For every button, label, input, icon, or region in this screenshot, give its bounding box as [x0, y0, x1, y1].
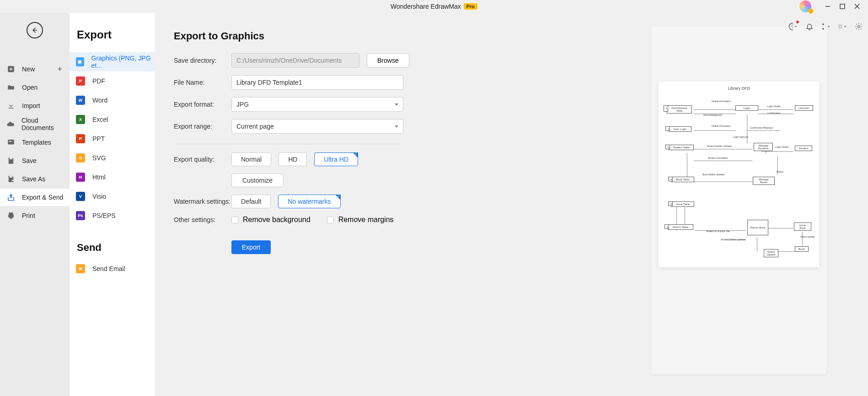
export-item-visio[interactable]: V Visio [70, 187, 155, 206]
dfd-issue-table: Issue Table [671, 201, 694, 207]
ppt-icon: P [76, 134, 85, 143]
nav-save[interactable]: Save [0, 152, 70, 169]
nav-save-as[interactable]: Save As [0, 170, 70, 188]
export-item-label: Visio [92, 193, 106, 200]
dfd-book-table: Book Table [671, 177, 694, 182]
nav-label: Save As [22, 175, 45, 183]
ps-icon: Ps [76, 211, 85, 220]
dfd-return-table: Return Table [668, 224, 693, 230]
nav-new[interactable]: New + [0, 60, 70, 78]
quality-customize[interactable]: Customize [231, 174, 284, 187]
app-title: Wondershare EdrawMax [391, 3, 461, 10]
email-icon: ✉ [76, 264, 85, 273]
avatar[interactable] [799, 0, 811, 12]
nav-label: Cloud Documents [21, 117, 70, 131]
preview-canvas: Library DFD [651, 27, 827, 374]
nav-label: Export & Send [22, 194, 63, 201]
export-item-word[interactable]: W Word [70, 91, 155, 110]
preview-page: Library DFD [659, 81, 820, 267]
grid-icon[interactable] [821, 22, 830, 31]
nav-cloud[interactable]: Cloud Documents [0, 115, 70, 133]
label-filename: File Name: [174, 79, 231, 86]
visio-icon: V [76, 192, 85, 201]
browse-button[interactable]: Browse [367, 53, 409, 68]
dfd-return-book: Return Book [747, 220, 768, 235]
label-other: Other settings: [174, 216, 231, 223]
nav-import[interactable]: Import [0, 97, 70, 114]
remove-bg-label: Remove background [243, 216, 311, 224]
export-item-svg[interactable]: S SVG [70, 148, 155, 168]
svg-rect-1 [840, 4, 845, 9]
export-item-ppt[interactable]: P PPT [70, 129, 155, 148]
label-save-dir: Save directory: [174, 57, 231, 64]
graphics-icon: ▣ [76, 57, 84, 66]
maximize-button[interactable] [835, 0, 850, 13]
chevron-down-icon [395, 125, 398, 128]
export-item-label: Send Email [92, 265, 125, 272]
export-item-excel[interactable]: X Excel [70, 110, 155, 129]
export-item-html[interactable]: H Html [70, 168, 155, 187]
gear-icon[interactable] [854, 22, 863, 31]
dfd-admin: Administrator Table [667, 105, 692, 114]
templates-icon [6, 138, 16, 147]
svg-point-6 [822, 23, 824, 25]
nav-label: Save [22, 157, 37, 164]
nav-label: Print [22, 212, 35, 219]
svg-point-10 [858, 26, 860, 28]
quality-hd[interactable]: HD [279, 152, 307, 166]
page-title: Export to Graphics [174, 30, 611, 42]
export-button[interactable]: Export [231, 240, 271, 254]
shirt-icon[interactable] [838, 22, 847, 31]
svg-text:?: ? [791, 24, 793, 29]
format-select[interactable]: JPG [231, 97, 403, 112]
close-button[interactable] [850, 0, 864, 13]
word-icon: W [76, 96, 85, 105]
nav-templates[interactable]: Templates [0, 134, 70, 151]
save-dir-input [231, 53, 359, 68]
plus-icon[interactable]: + [57, 65, 62, 73]
watermark-default[interactable]: Default [231, 195, 271, 208]
export-item-label: Excel [92, 116, 108, 123]
back-button[interactable] [27, 22, 43, 38]
label-format: Export format: [174, 101, 231, 108]
export-item-pseps[interactable]: Ps PS/EPS [70, 206, 155, 225]
plus-square-icon [6, 65, 16, 74]
minimize-button[interactable] [820, 0, 835, 13]
dfd-status-update: Status Update [764, 249, 778, 257]
range-select[interactable]: Current page [231, 119, 403, 134]
watermark-none[interactable]: No watermarks [278, 195, 340, 208]
svg-point-8 [822, 28, 824, 30]
filename-input[interactable] [231, 75, 403, 90]
export-item-pdf[interactable]: P PDF [70, 71, 155, 91]
remove-bg-checkbox[interactable] [231, 217, 238, 223]
diagram-title: Library DFD [662, 86, 816, 91]
dfd-book: Book [795, 246, 809, 252]
quality-normal[interactable]: Normal [231, 152, 271, 166]
help-icon[interactable]: ? [788, 22, 798, 31]
print-icon [6, 211, 16, 220]
divider [174, 144, 402, 144]
nav-open[interactable]: Open [0, 79, 70, 96]
send-email-item[interactable]: ✉ Send Email [70, 259, 155, 278]
export-item-graphics[interactable]: ▣ Graphics (PNG, JPG et... [70, 52, 155, 71]
pro-badge: Pro [464, 3, 477, 10]
export-item-label: PPT [92, 135, 105, 142]
nav-label: Import [22, 102, 40, 109]
format-value: JPG [236, 101, 249, 108]
label-quality: Export quality: [174, 156, 231, 163]
export-item-label: Html [92, 174, 106, 181]
export-item-label: PDF [92, 77, 105, 85]
send-heading: Send [70, 242, 155, 254]
bell-icon[interactable] [805, 22, 814, 31]
dfd-manage-students: Manage Students [754, 143, 773, 151]
range-value: Current page [236, 123, 274, 130]
nav-print[interactable]: Print [0, 207, 70, 224]
folder-icon [6, 83, 16, 92]
nav-export-send[interactable]: Export & Send [0, 189, 70, 206]
quality-ultra-hd[interactable]: Ultra HD [314, 152, 358, 166]
html-icon: H [76, 173, 85, 182]
dfd-student: Student [795, 146, 812, 151]
nav-label: Open [22, 84, 38, 91]
label-watermark: Watermark settings: [174, 198, 231, 205]
remove-margin-checkbox[interactable] [327, 217, 334, 223]
